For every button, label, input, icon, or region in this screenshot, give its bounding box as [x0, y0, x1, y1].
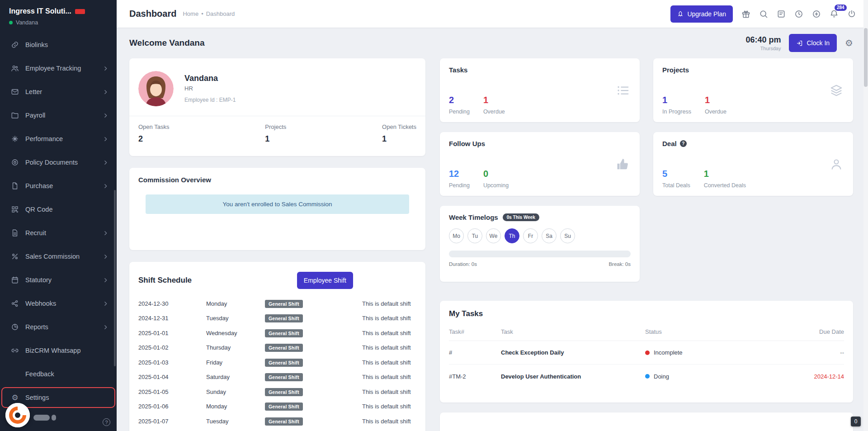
- shift-schedule-title: Shift Schedule: [138, 276, 192, 285]
- sparkle-icon: [11, 135, 19, 143]
- deal-total-stat: 5Total Deals: [662, 169, 690, 189]
- chevron-right-icon: [103, 254, 108, 260]
- chevron-right-icon: [103, 183, 108, 189]
- tasks-card: Tasks 2Pending 1Overdue: [440, 58, 640, 122]
- shift-row: 2025-01-01WednesdayGeneral ShiftThis is …: [129, 326, 425, 341]
- sidebar-item-label: Sales Commission: [25, 253, 80, 260]
- clock-icon[interactable]: [794, 9, 803, 19]
- bell-icon[interactable]: 284: [830, 9, 839, 19]
- avatar: [138, 71, 174, 106]
- chevron-right-icon: [103, 66, 108, 71]
- help-icon[interactable]: ?: [103, 418, 110, 426]
- commission-banner: You aren't enrolled to Sales Commission: [146, 194, 409, 214]
- profile-stat-open-tasks: Open Tasks 2: [138, 123, 169, 144]
- profile-stat-open-tickets: Open Tickets 1: [382, 123, 416, 144]
- day-pill-fr[interactable]: Fr: [523, 228, 538, 243]
- table-row[interactable]: #TM-2 Develop User Authentication Doing …: [449, 365, 844, 388]
- chevron-right-icon: [103, 230, 108, 236]
- sidebar-scrollbar[interactable]: [114, 190, 116, 366]
- placeholder-pill: [52, 415, 56, 421]
- clock-in-button[interactable]: Clock In: [789, 34, 837, 52]
- qr-icon: [11, 205, 19, 213]
- share-icon: [11, 299, 19, 308]
- sidebar-item-label: BizCRM Whatsapp: [25, 347, 80, 354]
- online-status-dot: [9, 21, 13, 24]
- shift-schedule-card: Shift Schedule Employee Shift 2024-12-30…: [129, 262, 425, 431]
- sidebar-item-recruit[interactable]: Recruit: [0, 221, 117, 245]
- sidebar-item-performance[interactable]: Performance: [0, 127, 117, 151]
- shift-badge: General Shift: [265, 314, 303, 322]
- follow-ups-card: Follow Ups 12Pending 0Upcoming: [440, 132, 640, 196]
- employee-shift-button[interactable]: Employee Shift: [297, 272, 353, 289]
- upgrade-plan-button[interactable]: Upgrade Plan: [670, 5, 733, 23]
- status-dot-incomplete: [645, 350, 650, 355]
- brand-logo[interactable]: [5, 403, 30, 427]
- sidebar-item-policy-documents[interactable]: Policy Documents: [0, 151, 117, 174]
- profile-stat-projects: Projects 1: [265, 123, 286, 144]
- shift-badge: General Shift: [265, 388, 303, 396]
- day-pill-tu[interactable]: Tu: [467, 228, 482, 243]
- search-icon[interactable]: [759, 9, 768, 19]
- sidebar-item-label: Payroll: [25, 112, 45, 119]
- tasks-pending-stat: 2Pending: [449, 95, 470, 115]
- sidebar-item-qr-code[interactable]: QR Code: [0, 198, 117, 221]
- breadcrumb-home[interactable]: Home: [183, 10, 198, 17]
- day-pill-su[interactable]: Su: [560, 228, 575, 243]
- sidebar-item-label: Biolinks: [25, 41, 48, 48]
- sidebar-item-webhooks[interactable]: Webhooks: [0, 292, 117, 315]
- file-text-icon: [11, 229, 19, 237]
- timelog-progress-bar: [449, 251, 631, 257]
- sidebar-item-biolinks[interactable]: Biolinks: [0, 33, 117, 57]
- notes-icon[interactable]: [777, 9, 786, 19]
- sidebar-item-sales-commission[interactable]: Sales Commission: [0, 245, 117, 268]
- welcome-heading: Welcome Vandana: [129, 38, 205, 48]
- gift-icon[interactable]: [741, 9, 750, 19]
- sidebar-item-reports[interactable]: Reports: [0, 315, 117, 339]
- page-scrollbar-thumb[interactable]: [864, 28, 868, 87]
- org-red-badge: [75, 9, 85, 14]
- deal-help-icon[interactable]: ?: [680, 140, 687, 147]
- sidebar-item-label: Employee Tracking: [25, 65, 81, 72]
- table-row[interactable]: # Check Exception Daily Incomplete --: [449, 341, 844, 365]
- current-time: 06:40 pm Thursday: [745, 35, 781, 51]
- sidebar-user-name: Vandana: [16, 19, 38, 26]
- sidebar-item-label: Performance: [25, 135, 63, 142]
- login-icon: [796, 40, 803, 47]
- follow-ups-card-title: Follow Ups: [449, 140, 485, 147]
- day-pill-mo[interactable]: Mo: [449, 228, 464, 243]
- shift-row: 2024-12-31TuesdayGeneral ShiftThis is de…: [129, 311, 425, 326]
- sidebar-item-bizcrm-whatsapp[interactable]: BizCRM Whatsapp: [0, 339, 117, 362]
- sidebar-item-employee-tracking[interactable]: Employee Tracking: [0, 57, 117, 80]
- status-dot-doing: [645, 374, 650, 379]
- sidebar-item-label: Policy Documents: [25, 159, 78, 166]
- sidebar-header: Ingress IT Soluti... Vandana: [0, 0, 117, 29]
- sidebar-item-purchase[interactable]: Purchase: [0, 174, 117, 198]
- day-label: Thursday: [745, 46, 781, 51]
- percent-icon: [11, 252, 19, 260]
- sidebar-item-letter[interactable]: Letter: [0, 80, 117, 104]
- folder-icon: [11, 111, 19, 119]
- deal-card: Deal? 5Total Deals 1Converted Deals: [653, 132, 853, 196]
- corner-widget-badge[interactable]: 0: [851, 417, 861, 426]
- day-pill-th[interactable]: Th: [505, 228, 519, 243]
- top-header-bar: Dashboard Home • Dashboard Upgrade Plan: [117, 0, 868, 28]
- power-icon[interactable]: [847, 9, 856, 19]
- link-icon: [11, 41, 19, 49]
- chevron-right-icon: [103, 301, 108, 307]
- org-name[interactable]: Ingress IT Soluti...: [9, 7, 71, 15]
- sidebar-item-payroll[interactable]: Payroll: [0, 104, 117, 127]
- week-timelogs-title: Week Timelogs: [449, 213, 498, 221]
- plus-circle-icon[interactable]: [812, 9, 821, 19]
- day-pill-we[interactable]: We: [486, 228, 501, 243]
- deal-card-title: Deal?: [662, 140, 687, 147]
- sidebar-item-feedback[interactable]: Feedback: [0, 362, 117, 386]
- shift-rows: 2024-12-30MondayGeneral ShiftThis is def…: [129, 296, 425, 431]
- dashboard-content: Welcome Vandana 06:40 pm Thursday Clock …: [117, 28, 868, 431]
- dashboard-settings-gear-icon[interactable]: ⚙: [845, 38, 853, 47]
- sidebar-item-label: Recruit: [25, 229, 46, 237]
- sidebar-item-statutory[interactable]: Statutory: [0, 268, 117, 292]
- day-pill-sa[interactable]: Sa: [542, 228, 557, 243]
- shift-row: 2025-01-04SaturdayGeneral ShiftThis is d…: [129, 370, 425, 385]
- status-label: Doing: [654, 373, 669, 380]
- main-area: Dashboard Home • Dashboard Upgrade Plan: [117, 0, 868, 431]
